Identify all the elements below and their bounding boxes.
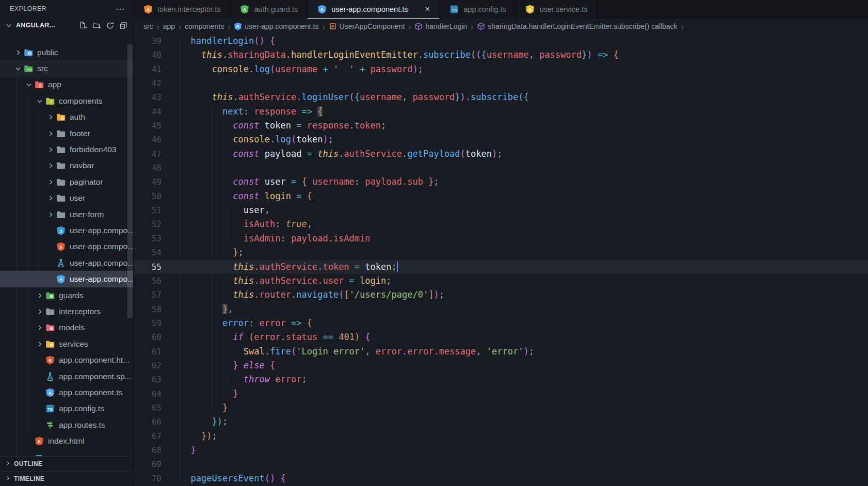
code-line-68[interactable]: 68 }: [134, 443, 868, 457]
sidebar-scrollbar[interactable]: [127, 44, 133, 318]
tab-label: app.config.ts: [463, 5, 506, 13]
chevron-down-icon: [34, 97, 45, 105]
tree-item-user-app.compo...[interactable]: 5user-app.compo...: [0, 239, 133, 255]
more-actions-icon[interactable]: ⋯: [116, 4, 125, 14]
new-file-button[interactable]: [79, 21, 88, 30]
code-line-57[interactable]: 57 this.router.navigate(['/users/page/0'…: [134, 288, 868, 302]
breadcrumb-item[interactable]: Auser-app.component.ts: [234, 22, 318, 30]
tree-item-app.routes.ts[interactable]: app.routes.ts: [0, 417, 133, 433]
tree-item-label: app: [48, 80, 61, 89]
code-line-69[interactable]: 69: [134, 457, 868, 471]
tree-item-src[interactable]: </>src: [0, 60, 133, 76]
tree-item-footer[interactable]: footer: [0, 125, 133, 141]
line-number: 54: [134, 246, 162, 260]
breadcrumb-item[interactable]: components: [185, 22, 224, 30]
code-line-46[interactable]: 46 console.log(token);: [134, 133, 868, 147]
collapse-all-button[interactable]: [119, 21, 128, 30]
code-line-44[interactable]: 44 next: response => {: [134, 105, 868, 119]
code-line-54[interactable]: 54 };: [134, 246, 868, 260]
code-editor[interactable]: 39 handlerLogin() {40 this.sharingData.h…: [134, 34, 868, 486]
code-line-41[interactable]: 41 console.log(username + ' ' + password…: [134, 62, 868, 76]
code-line-62[interactable]: 62 } else {: [134, 359, 868, 372]
tree-item-user-app.compo...[interactable]: Auser-app.compo...: [0, 271, 133, 287]
code-line-60[interactable]: 60 if (error.status == 401) {: [134, 330, 868, 344]
tab-auth.guard.ts[interactable]: Aauth.guard.ts: [231, 0, 308, 19]
tree-item-guards[interactable]: guards: [0, 287, 133, 303]
tree-item-user[interactable]: user: [0, 190, 133, 206]
code-line-70[interactable]: 70 pageUsersEvent() {: [134, 472, 868, 485]
breadcrumb-item[interactable]: src: [143, 22, 153, 30]
tree-item-label: interceptors: [59, 307, 101, 316]
tree-item-label: models: [59, 323, 85, 332]
tree-item-navbar[interactable]: navbar: [0, 158, 133, 174]
code-line-45[interactable]: 45 const token = response.token;: [134, 119, 868, 133]
code-line-56[interactable]: 56 this.authService.user = login;: [134, 274, 868, 288]
code-line-67[interactable]: 67 });: [134, 429, 868, 443]
timeline-section[interactable]: TIMELINE: [0, 471, 133, 486]
breadcrumb-item[interactable]: UserAppComponent: [329, 22, 405, 30]
code-line-58[interactable]: 58 },: [134, 302, 868, 316]
sidebar-bottom-sections: OUTLINE TIMELINE: [0, 456, 133, 486]
refresh-button[interactable]: [106, 21, 115, 30]
tree-item-public[interactable]: public: [0, 44, 133, 60]
code-line-52[interactable]: 52 isAuth: true,: [134, 217, 868, 231]
tree-item-label: user-app.compo...: [70, 242, 133, 251]
tree-item-user-app.compo...[interactable]: 3user-app.compo...: [0, 222, 133, 238]
indent-guide: [180, 76, 181, 90]
tab-label: auth.guard.ts: [254, 5, 298, 13]
code-line-65[interactable]: 65 }: [134, 401, 868, 415]
tree-item-app.component.sp...[interactable]: app.component.sp...: [0, 368, 133, 384]
tree-item-label: guards: [59, 291, 83, 300]
tree-item-label: app.routes.ts: [59, 420, 105, 430]
code-line-55[interactable]: 55 this.authService.token = token;: [134, 260, 868, 274]
tree-item-app.component.ht...[interactable]: 5app.component.ht...: [0, 352, 133, 368]
code-line-66[interactable]: 66 });: [134, 415, 868, 429]
tree-item-app.config.ts[interactable]: TSapp.config.ts: [0, 401, 133, 417]
code-line-48[interactable]: 48: [134, 161, 868, 175]
code-line-63[interactable]: 63 throw error;: [134, 372, 868, 386]
breadcrumb-item[interactable]: app: [163, 22, 175, 30]
tab-user.service.ts[interactable]: Auser.service.ts: [516, 0, 598, 19]
html-icon: 5: [45, 355, 55, 365]
code-line-42[interactable]: 42: [134, 76, 868, 90]
tree-item-services[interactable]: services: [0, 336, 133, 352]
sym-method-icon: [477, 22, 485, 30]
code-line-64[interactable]: 64 }: [134, 387, 868, 401]
breadcrumb-item[interactable]: sharingData.handlerLoginEventEmitter.sub…: [477, 22, 677, 30]
css-icon: 3: [56, 225, 66, 236]
code-line-47[interactable]: 47 const payload = this.authService.getP…: [134, 147, 868, 161]
code-line-51[interactable]: 51 user,: [134, 203, 868, 217]
tree-item-auth[interactable]: auth: [0, 109, 133, 125]
tree-item-app.component.ts[interactable]: Aapp.component.ts: [0, 384, 133, 400]
line-number: 40: [134, 48, 162, 62]
code-line-50[interactable]: 50 const login = {: [134, 189, 868, 203]
breadcrumb-item[interactable]: handlerLogin: [414, 22, 467, 30]
code-line-40[interactable]: 40 this.sharingData.handlerLoginEventEmi…: [134, 48, 868, 62]
code-line-39[interactable]: 39 handlerLogin() {: [134, 34, 868, 48]
tree-item-index.html[interactable]: 5index.html: [0, 433, 133, 449]
tree-item-paginator[interactable]: paginator: [0, 174, 133, 190]
tree-item-models[interactable]: models: [0, 320, 133, 336]
tree-item-interceptors[interactable]: interceptors: [0, 303, 133, 319]
tree-item-label: navbar: [70, 161, 94, 170]
code-line-49[interactable]: 49 const user = { username: payload.sub …: [134, 175, 868, 189]
code-line-43[interactable]: 43 this.authService.loginUser({username,…: [134, 90, 868, 104]
tree-item-user-form[interactable]: user-form: [0, 206, 133, 222]
tree-item-forbidden403[interactable]: forbidden403: [0, 141, 133, 157]
tree-item-label: user-app.compo...: [70, 274, 133, 284]
new-folder-button[interactable]: [92, 21, 101, 30]
code-line-59[interactable]: 59 error: error => {: [134, 316, 868, 330]
tab-app.config.ts[interactable]: TSapp.config.ts: [440, 0, 516, 19]
close-icon[interactable]: ×: [422, 4, 433, 15]
tab-token.interceptor.ts[interactable]: Atoken.interceptor.ts: [134, 0, 231, 19]
outline-section[interactable]: OUTLINE: [0, 456, 133, 471]
line-number: 65: [134, 401, 162, 415]
code-line-61[interactable]: 61 Swal.fire('Login error', error.error.…: [134, 345, 868, 359]
code-line-53[interactable]: 53 isAdmin: payload.isAdmin: [134, 232, 868, 246]
tree-item-app[interactable]: app: [0, 77, 133, 93]
tree-item-user-app.compo...[interactable]: user-app.compo...: [0, 255, 133, 271]
line-number: 63: [134, 372, 162, 386]
tab-user-app.component.ts[interactable]: Auser-app.component.ts×: [308, 0, 440, 19]
project-section-header[interactable]: ANGULAR...: [0, 18, 133, 33]
tree-item-components[interactable]: +components: [0, 93, 133, 109]
